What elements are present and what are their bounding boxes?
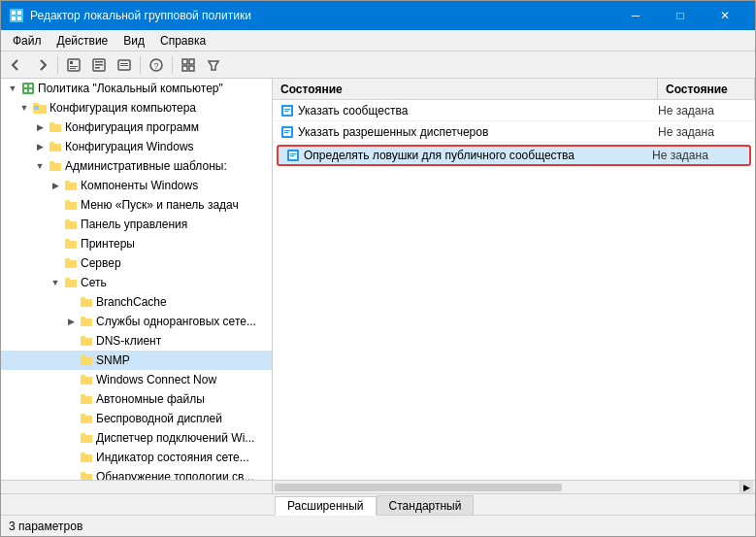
svg-rect-29 (34, 106, 39, 110)
policy-row-1[interactable]: Указать сообщества Не задана (273, 100, 755, 121)
tree-label-server: Сервер (79, 256, 121, 270)
svg-rect-47 (65, 278, 70, 281)
toolbar-btn-1[interactable] (62, 54, 85, 76)
svg-rect-10 (95, 61, 103, 63)
policy-row-2[interactable]: Указать разрешенных диспетчеров Не задан… (273, 121, 755, 143)
tree-item-conn-mgr[interactable]: Диспетчер подключений Wi... (1, 428, 272, 448)
toggle-network[interactable]: ▼ (48, 275, 63, 290)
tree-item-printers[interactable]: Принтеры (1, 234, 272, 253)
tree-item-snmp[interactable]: SNMP (1, 351, 272, 370)
tree-item-server[interactable]: Сервер (1, 253, 272, 273)
tree-label-wcn: Windows Connect Now (94, 373, 216, 386)
tabs-bar: Расширенный Стандартный (1, 493, 755, 515)
toggle-comp-config[interactable]: ▼ (16, 100, 32, 116)
svg-rect-36 (65, 183, 77, 190)
folder-icon-snmp (79, 352, 94, 368)
toggle-control-panel-empty (48, 217, 63, 232)
help-button[interactable]: ? (145, 54, 168, 76)
right-panel: Состояние Состояние Указать сообщества (273, 79, 755, 480)
tree-item-net-status[interactable]: Индикатор состояния сете... (1, 448, 272, 467)
svg-rect-31 (49, 122, 54, 125)
svg-rect-11 (95, 64, 103, 66)
minimize-button[interactable]: ─ (613, 1, 658, 30)
svg-rect-37 (65, 181, 70, 184)
forward-button[interactable] (30, 54, 53, 76)
tree-item-control-panel[interactable]: Панель управления (1, 215, 272, 234)
toggle-wireless-empty (63, 411, 79, 426)
menu-help[interactable]: Справка (152, 32, 214, 50)
folder-icon-net-status (79, 450, 94, 465)
tree-item-wcn[interactable]: Windows Connect Now (1, 370, 272, 389)
svg-rect-49 (81, 297, 85, 300)
svg-rect-79 (284, 132, 288, 133)
back-button[interactable] (5, 54, 28, 76)
maximize-button[interactable]: □ (658, 1, 703, 30)
toolbar-btn-5[interactable] (202, 54, 225, 76)
policy-row-3[interactable]: Определять ловушки для публичного сообще… (277, 145, 751, 166)
tab-extended[interactable]: Расширенный (275, 496, 377, 516)
svg-rect-22 (22, 83, 34, 94)
toggle-prog-config[interactable]: ▶ (32, 119, 48, 135)
tree-label-network: Сеть (79, 276, 107, 289)
tree-item-win-components[interactable]: ▶ Компоненты Windows (1, 176, 272, 195)
svg-rect-2 (17, 11, 21, 15)
horizontal-scrollbar[interactable]: ▶ (1, 480, 755, 493)
right-scrollbar-track[interactable]: ▶ (273, 481, 755, 493)
folder-icon-dns (79, 333, 94, 349)
toggle-peer-services[interactable]: ▶ (63, 314, 79, 329)
toggle-root[interactable]: ▼ (5, 81, 20, 96)
tree-item-network[interactable]: ▼ Сеть (1, 273, 272, 292)
toolbar-btn-3[interactable] (113, 54, 136, 76)
tree-label-conn-mgr: Диспетчер подключений Wi... (94, 431, 254, 445)
tree-item-wireless[interactable]: Беспроводной дисплей (1, 409, 272, 428)
tree-label-control-panel: Панель управления (79, 218, 187, 231)
svg-rect-28 (33, 103, 39, 106)
header-col-name[interactable]: Состояние (273, 79, 658, 99)
right-scrollbar-thumb[interactable] (275, 484, 562, 491)
toggle-admin-templates[interactable]: ▼ (32, 158, 48, 174)
tree-item-comp-config[interactable]: ▼ Конфигурация компьютера (1, 98, 272, 117)
toolbar-btn-2[interactable] (87, 54, 111, 76)
svg-rect-60 (81, 416, 92, 423)
toolbar-btn-4[interactable] (177, 54, 200, 76)
tree-item-prog-config[interactable]: ▶ Конфигурация программ (1, 117, 272, 137)
tree-item-win-config[interactable]: ▶ Конфигурация Windows (1, 137, 272, 156)
tree-label-root: Политика "Локальный компьютер" (36, 82, 223, 95)
tree-item-peer-services[interactable]: ▶ Службы одноранговых сете... (1, 312, 272, 331)
svg-rect-5 (68, 59, 80, 71)
svg-rect-64 (81, 454, 92, 462)
policy-row-1-label: Указать сообщества (298, 104, 408, 117)
svg-rect-38 (65, 202, 77, 210)
toggle-win-config[interactable]: ▶ (32, 139, 48, 154)
header-col-status[interactable]: Состояние (658, 79, 755, 99)
tree-item-auto-files[interactable]: Автономные файлы (1, 389, 272, 409)
folder-icon-network (63, 275, 79, 290)
bottom-area: ▶ Расширенный Стандартный 3 параметров (1, 480, 755, 536)
svg-rect-14 (120, 63, 128, 64)
svg-rect-1 (12, 11, 16, 15)
folder-icon-wcn (79, 372, 94, 387)
tree-label-branchcache: BranchCache (94, 295, 167, 309)
toggle-auto-empty (63, 391, 79, 407)
policy-row-1-name: Указать сообщества (273, 104, 658, 117)
svg-rect-48 (81, 299, 92, 307)
policy-icon-3 (286, 149, 300, 162)
folder-icon-topology (79, 469, 94, 480)
tree-item-root[interactable]: ▼ Политика "Локальный компьютер" (1, 79, 272, 98)
menu-view[interactable]: Вид (115, 32, 152, 50)
folder-icon-admin (48, 158, 63, 174)
tree-item-dns-client[interactable]: DNS-клиент (1, 331, 272, 351)
tree-item-branchcache[interactable]: BranchCache (1, 292, 272, 312)
tree-item-topology[interactable]: Обнаружение топологии св... (1, 467, 272, 480)
scroll-right-btn[interactable]: ▶ (740, 481, 753, 494)
tree-item-admin-templates[interactable]: ▼ Административные шаблоны: (1, 156, 272, 176)
menu-action[interactable]: Действие (49, 32, 116, 50)
svg-rect-42 (65, 241, 77, 249)
policy-row-3-label: Определять ловушки для публичного сообще… (304, 149, 575, 162)
tree-label-prog-config: Конфигурация программ (63, 120, 199, 134)
close-button[interactable]: ✕ (703, 1, 747, 30)
tab-standard[interactable]: Стандартный (377, 495, 475, 515)
menu-file[interactable]: Файл (5, 32, 49, 50)
toggle-win-components[interactable]: ▶ (48, 178, 63, 193)
tree-item-start-menu[interactable]: Меню «Пуск» и панель задач (1, 195, 272, 215)
